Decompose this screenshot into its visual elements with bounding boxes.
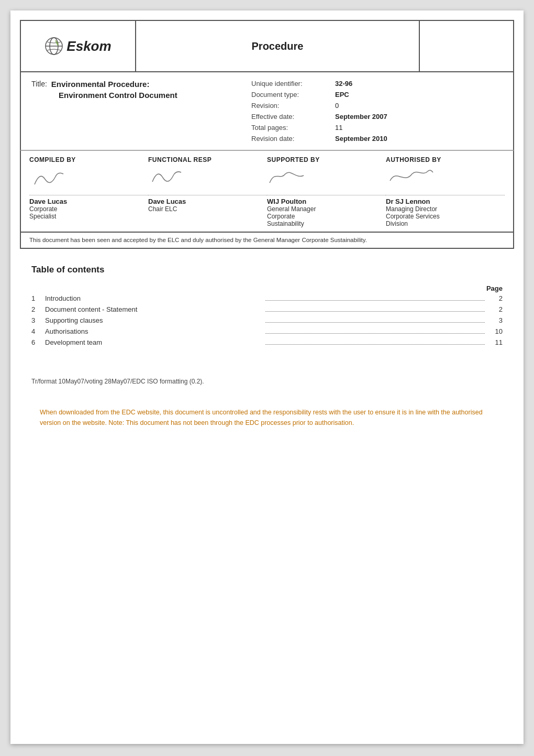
sig-title3: Division <box>386 220 505 227</box>
toc-page-header: Page <box>31 284 503 292</box>
meta-field-value: 0 <box>335 102 339 109</box>
meta-field-row: Revision:0 <box>251 102 503 109</box>
sig-title1: Corporate <box>29 205 148 213</box>
toc-item: 3Supporting clauses3 <box>31 316 503 324</box>
toc-item-num: 1 <box>31 294 45 302</box>
meta-section: Title: Environmental Procedure: Environm… <box>20 72 514 150</box>
toc-item-num: 2 <box>31 305 45 313</box>
toc-item-page: 3 <box>487 316 503 324</box>
toc-item-label: Authorisations <box>45 327 264 335</box>
meta-field-row: Total pages:11 <box>251 124 503 132</box>
meta-field-value: EPC <box>335 91 349 98</box>
signature-scribble <box>386 166 438 190</box>
title-label: Title: <box>31 80 47 88</box>
signature-scribble <box>29 166 82 190</box>
title-line2: Environment Control Document <box>59 91 251 100</box>
meta-field-label: Unique identifier: <box>251 80 335 87</box>
eskom-name: Eskom <box>66 38 111 54</box>
toc-item-page: 11 <box>487 338 503 346</box>
sig-line <box>29 195 148 195</box>
sig-image-area <box>386 163 505 190</box>
title-line1: Environmental Procedure: <box>51 80 150 89</box>
sig-line <box>148 195 267 195</box>
signature-scribble <box>267 166 319 190</box>
eskom-icon <box>44 37 63 56</box>
eskom-logo: Eskom <box>44 37 111 56</box>
sig-col-label: FUNCTIONAL RESP <box>148 156 267 163</box>
procedure-title: Procedure <box>252 40 304 52</box>
meta-field-row: Unique identifier:32-96 <box>251 80 503 87</box>
meta-field-label: Effective date: <box>251 113 335 120</box>
sig-name: Dr SJ Lennon <box>386 198 505 205</box>
toc-item: 6Development team11 <box>31 338 503 346</box>
toc-item-page: 2 <box>487 294 503 302</box>
meta-field-row: Revision date:September 2010 <box>251 135 503 143</box>
sig-title1: General Manager <box>267 205 386 213</box>
toc-item-dots <box>265 300 485 301</box>
toc-item-num: 4 <box>31 327 45 335</box>
toc-item: 1Introduction2 <box>31 294 503 302</box>
sig-name: Dave Lucas <box>29 198 148 205</box>
toc-section: Table of contents Page 1Introduction22Do… <box>31 265 503 346</box>
toc-item-dots <box>265 333 485 334</box>
toc-item-dots <box>265 322 485 323</box>
sig-name: Dave Lucas <box>148 198 267 205</box>
sig-col-label: AUTHORISED BY <box>386 156 505 163</box>
sig-line <box>386 195 505 195</box>
toc-item-label: Supporting clauses <box>45 316 264 324</box>
meta-title-block: Title: Environmental Procedure: Environm… <box>31 80 251 143</box>
header-title-area: Procedure <box>136 21 419 71</box>
meta-field-value: September 2007 <box>335 113 387 120</box>
sig-column: COMPILED BYDave LucasCorporateSpecialist <box>29 156 148 227</box>
sig-title1: Managing Director <box>386 205 505 213</box>
toc-items: 1Introduction22Document content - Statem… <box>31 294 503 346</box>
meta-field-row: Document type:EPC <box>251 91 503 98</box>
document-header: Eskom Procedure <box>20 20 514 72</box>
sig-column: SUPPORTED BYWIJ PoultonGeneral ManagerCo… <box>267 156 386 227</box>
header-right-box <box>419 21 513 71</box>
toc-item-num: 3 <box>31 316 45 324</box>
sig-title2: Corporate Services <box>386 213 505 220</box>
sig-labels-row: COMPILED BYDave LucasCorporateSpecialist… <box>29 156 505 227</box>
sig-column: AUTHORISED BYDr SJ LennonManaging Direct… <box>386 156 505 227</box>
acceptance-note: This document has been seen and accepted… <box>20 233 514 249</box>
toc-item-page: 10 <box>487 327 503 335</box>
toc-item-dots <box>265 311 485 312</box>
warning-box: When downloaded from the EDC website, th… <box>31 401 503 434</box>
signature-scribble <box>148 166 201 190</box>
sig-line <box>267 195 386 195</box>
sig-title3: Sustainability <box>267 220 386 227</box>
meta-field-row: Effective date:September 2007 <box>251 113 503 120</box>
meta-field-label: Total pages: <box>251 124 335 132</box>
toc-title: Table of contents <box>31 265 503 275</box>
meta-field-label: Revision date: <box>251 135 335 143</box>
sig-title2: Corporate <box>267 213 386 220</box>
toc-item: 2Document content - Statement2 <box>31 305 503 313</box>
toc-item-label: Introduction <box>45 294 264 302</box>
toc-item-label: Document content - Statement <box>45 305 264 313</box>
document-page: Eskom Procedure Title: Environmental Pro… <box>10 10 524 744</box>
footer-note: Tr/format 10May07/voting 28May07/EDC ISO… <box>31 378 503 385</box>
meta-field-label: Document type: <box>251 91 335 98</box>
toc-item-num: 6 <box>31 338 45 346</box>
toc-item: 4Authorisations10 <box>31 327 503 335</box>
sig-title2: Specialist <box>29 213 148 220</box>
meta-field-value: September 2010 <box>335 135 387 143</box>
logo-area: Eskom <box>21 21 136 71</box>
meta-field-value: 32-96 <box>335 80 352 87</box>
sig-image-area <box>29 163 148 190</box>
toc-item-label: Development team <box>45 338 264 346</box>
acceptance-text: This document has been seen and accepted… <box>29 237 367 243</box>
sig-col-label: SUPPORTED BY <box>267 156 386 163</box>
meta-field-label: Revision: <box>251 102 335 109</box>
footer-text: Tr/format 10May07/voting 28May07/EDC ISO… <box>31 378 204 385</box>
toc-item-page: 2 <box>487 305 503 313</box>
toc-item-dots <box>265 344 485 345</box>
sig-image-area <box>148 163 267 190</box>
warning-text: When downloaded from the EDC website, th… <box>40 409 483 426</box>
sig-col-label: COMPILED BY <box>29 156 148 163</box>
signatories-section: COMPILED BYDave LucasCorporateSpecialist… <box>20 150 514 233</box>
sig-column: FUNCTIONAL RESPDave LucasChair ELC <box>148 156 267 227</box>
sig-title1: Chair ELC <box>148 205 267 213</box>
sig-name: WIJ Poulton <box>267 198 386 205</box>
